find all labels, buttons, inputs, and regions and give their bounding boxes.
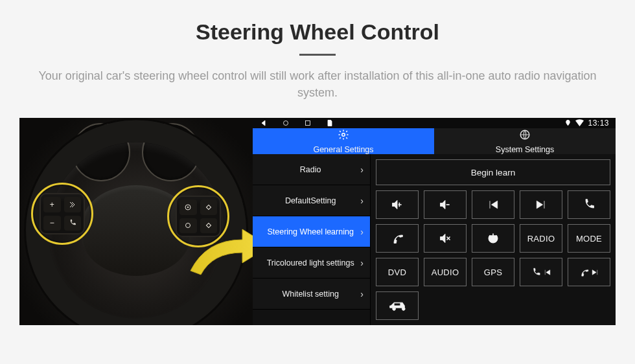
blank [520, 291, 562, 320]
svg-rect-6 [306, 121, 310, 126]
svg-point-1 [187, 207, 189, 208]
setting-default-label: DefaultSetting [260, 196, 360, 205]
android-statusbar: 13:13 [253, 118, 616, 128]
steering-wheel-image: + − [19, 118, 253, 325]
highlight-right-controls [167, 185, 229, 247]
blank [568, 291, 610, 320]
fn-prev-track[interactable] [472, 190, 514, 219]
fn-phone-hangup[interactable] [376, 224, 419, 253]
nav-recent-icon[interactable] [303, 119, 312, 128]
fn-phone-prev[interactable] [520, 258, 562, 286]
begin-learn-button[interactable]: Begin learn [376, 159, 610, 185]
setting-radio-label: Radio [260, 165, 360, 174]
fn-radio[interactable]: RADIO [520, 224, 562, 253]
title-underline [299, 54, 336, 56]
blank [424, 291, 467, 320]
setting-tricoloured-light[interactable]: Tricoloured light settings › [253, 247, 370, 279]
chevron-right-icon: › [360, 258, 364, 268]
page-title: Steering Wheel Control [19, 19, 616, 45]
svg-rect-2 [206, 205, 211, 209]
fn-phone-answer[interactable] [568, 190, 610, 219]
fn-audio[interactable]: AUDIO [424, 258, 467, 286]
chevron-right-icon: › [360, 227, 364, 237]
feature-figure: + − [19, 118, 616, 325]
wheel-diamond-up-icon [200, 199, 218, 215]
wheel-phone-icon [64, 216, 82, 231]
sd-card-icon [325, 119, 334, 128]
svg-point-3 [186, 223, 190, 228]
system-icon [519, 129, 531, 143]
tab-system-label: System Settings [496, 145, 554, 154]
chevron-right-icon: › [360, 196, 364, 206]
blank [472, 291, 514, 320]
chevron-right-icon: › [360, 289, 364, 299]
setting-default[interactable]: DefaultSetting › [253, 185, 370, 216]
fn-power[interactable] [472, 224, 514, 253]
nav-back-icon[interactable] [259, 119, 268, 128]
setting-swl-label: Steering Wheel learning [260, 227, 360, 236]
svg-point-7 [342, 133, 345, 136]
svg-point-5 [284, 121, 288, 126]
setting-radio[interactable]: Radio › [253, 154, 370, 185]
fn-car[interactable] [376, 291, 419, 320]
svg-rect-4 [206, 223, 211, 228]
page-subtitle: Your original car's steering wheel contr… [36, 67, 599, 101]
wifi-icon [575, 119, 584, 128]
main-panel: Begin learn [371, 154, 616, 325]
wheel-wheel-icon [179, 199, 197, 215]
nav-home-icon[interactable] [281, 119, 290, 128]
fn-mute[interactable] [424, 224, 467, 253]
settings-list: Radio › DefaultSetting › Steering Wheel … [253, 154, 371, 325]
fn-mode[interactable]: MODE [568, 224, 610, 253]
setting-whitelist[interactable]: Whitelist setting › [253, 279, 370, 310]
tab-system-settings[interactable]: System Settings [434, 128, 616, 154]
tab-general-label: General Settings [313, 145, 373, 154]
fn-volume-up[interactable] [376, 190, 419, 219]
highlight-left-controls: + − [31, 183, 93, 245]
setting-tricolour-label: Tricoloured light settings [260, 258, 360, 267]
gear-icon [338, 129, 349, 143]
tab-general-settings[interactable]: General Settings [253, 128, 434, 154]
wheel-diamond-down-icon [200, 218, 218, 234]
chevron-right-icon: › [360, 165, 364, 175]
clock: 13:13 [588, 119, 609, 128]
fn-volume-down[interactable] [424, 190, 467, 219]
setting-steering-wheel-learning[interactable]: Steering Wheel learning › [253, 216, 370, 247]
fn-phone-next[interactable] [568, 258, 610, 286]
setting-whitelist-label: Whitelist setting [260, 290, 360, 299]
fn-next-track[interactable] [520, 190, 562, 219]
headunit-screen: 13:13 General Settings System Settings [253, 118, 616, 325]
wheel-volume-down-icon: − [43, 216, 61, 231]
wheel-voice-icon [64, 197, 82, 212]
fn-gps[interactable]: GPS [472, 258, 514, 286]
svg-rect-9 [394, 303, 400, 306]
wheel-circle-icon [179, 218, 197, 234]
wheel-volume-up-icon: + [43, 197, 61, 212]
fn-dvd[interactable]: DVD [376, 258, 419, 286]
gps-icon [564, 119, 572, 128]
